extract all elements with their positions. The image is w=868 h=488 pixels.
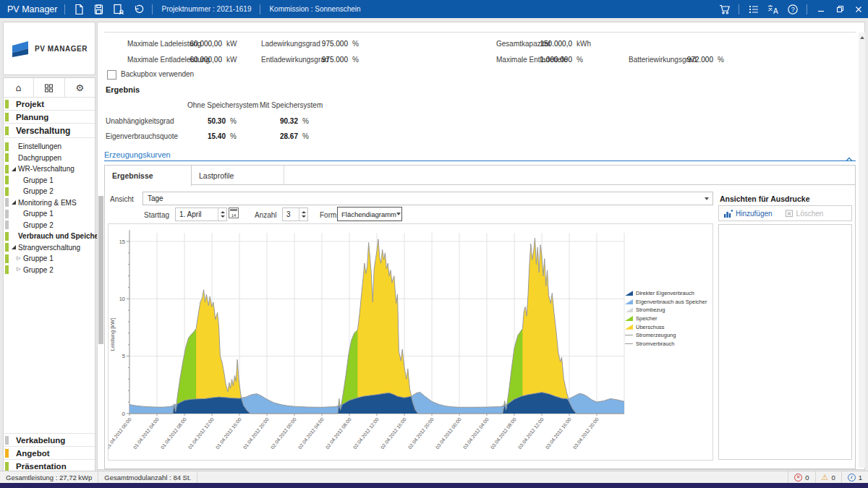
form-field-value[interactable]: 975.000 — [290, 56, 348, 64]
tree-expanded-icon[interactable] — [12, 245, 16, 249]
sidebar-item-strangverschaltung[interactable]: Strangverschaltung — [4, 242, 95, 254]
sidebar-item-verbrauch-und-speicher[interactable]: Verbrauch und Speicher — [4, 231, 95, 242]
legend-item: Direkter Eigenverbrauch — [625, 289, 707, 298]
status-color-bar — [5, 243, 9, 252]
form-dropdown[interactable]: Flächendiagramm — [337, 207, 402, 221]
ergebnis-col-header-ohne: Ohne Speichersystem — [187, 101, 258, 109]
sidebar-item-monitoring-ems[interactable]: Monitoring & EMS — [4, 197, 95, 209]
ansicht-label: Ansicht — [110, 195, 134, 203]
sidebar-item-gruppe-1[interactable]: ▷Gruppe 1 — [4, 253, 95, 265]
tree-expanded-icon[interactable] — [12, 200, 16, 205]
form-field-value[interactable]: 1.000.000 — [514, 56, 572, 64]
scroll-up-arrow-icon[interactable] — [859, 34, 865, 41]
status-bar: Gesamtleistung : 27,72 kWp Gesamtmodulan… — [0, 471, 868, 483]
form-field-value[interactable]: 60.000,00 — [164, 40, 222, 48]
add-chart-icon — [723, 209, 733, 218]
sidebar-item-gruppe-1[interactable]: Gruppe 1 — [4, 208, 95, 220]
modules-icon[interactable] — [34, 78, 64, 97]
ergebnis-value: 90.32 — [240, 117, 298, 125]
home-icon[interactable]: ⌂ — [4, 78, 34, 97]
error-icon: ✕ — [794, 474, 802, 481]
minimize-icon[interactable] — [812, 0, 830, 18]
sidebar-item-gruppe-2[interactable]: Gruppe 2 — [4, 186, 95, 197]
save-as-icon[interactable] — [111, 3, 125, 16]
tree-expanded-icon[interactable] — [12, 167, 16, 171]
status-color-bar — [5, 113, 9, 121]
hinzufuegen-button[interactable]: Hinzufügen — [723, 209, 773, 218]
tree-collapsed-icon[interactable]: ▷ — [17, 266, 20, 272]
tree-collapsed-icon[interactable]: ▷ — [17, 255, 20, 261]
sidebar-item-einstellungen[interactable]: Einstellungen — [4, 141, 95, 153]
erzeugungskurven-header-link[interactable]: Erzeugungskurven — [104, 150, 171, 159]
close-icon[interactable] — [849, 0, 868, 18]
tab-lastprofile[interactable]: Lastprofile — [192, 166, 284, 185]
ausdrucke-list[interactable] — [718, 224, 852, 460]
ausdrucke-title: Ansichten für Ausdrucke — [720, 194, 809, 203]
calendar-icon[interactable]: 14 — [229, 207, 239, 218]
anzahl-input[interactable]: 3 — [282, 207, 308, 221]
tree-item-label: Monitoring & EMS — [18, 199, 77, 207]
tree-item-label: Verschaltung — [16, 126, 70, 136]
svg-text:01.04.2012 04:00: 01.04.2012 04:00 — [132, 416, 160, 450]
status-color-bar — [5, 176, 9, 184]
warnings-indicator[interactable]: ⚠ 0 — [815, 471, 841, 483]
form-field-value[interactable]: 972.000 — [655, 56, 713, 64]
legend-swatch — [625, 343, 633, 344]
tab-ergebnisse[interactable]: Ergebnisse — [105, 166, 192, 186]
restore-icon[interactable] — [830, 0, 849, 18]
status-color-bar — [5, 127, 9, 135]
commission: Kommission : Sonnenschein — [265, 5, 365, 13]
legend-item: Stromerzeugung — [625, 331, 707, 340]
sidebar-item-gruppe-1[interactable]: Gruppe 1 — [4, 175, 95, 187]
form-field-unit: % — [718, 56, 724, 64]
pv-manager-logo-icon — [11, 40, 30, 58]
ergebnis-title: Ergebnis — [106, 85, 140, 94]
tree-item-label: Gruppe 1 — [23, 210, 54, 218]
errors-indicator[interactable]: ✕ 0 — [788, 471, 814, 483]
collapse-chevron-icon[interactable] — [846, 152, 853, 165]
form-field-value[interactable]: 150.000,0 — [514, 40, 572, 48]
chart-container: Leistung [kW] 05101501.04.2012 00:0001.0… — [108, 223, 713, 461]
backupbox-checkbox[interactable] — [107, 70, 116, 80]
sidebar-section-planung[interactable]: Planung — [4, 111, 95, 124]
status-color-bar — [5, 142, 9, 151]
cart-icon[interactable] — [718, 3, 731, 16]
form-field-value[interactable]: 60.000,00 — [164, 56, 222, 64]
help-icon[interactable]: ? — [786, 3, 799, 16]
sidebar-item-wr-verschaltung[interactable]: WR-Verschaltung — [4, 163, 95, 175]
sidebar-section-angebot[interactable]: Angebot — [4, 446, 95, 459]
ergebnis-value: 50.30 — [168, 117, 226, 125]
info-indicator[interactable]: i 1 — [841, 471, 868, 483]
tree-item-label: Angebot — [16, 449, 50, 458]
undo-icon[interactable] — [131, 3, 145, 16]
status-color-bar — [5, 221, 9, 229]
svg-text:03.04.2012 12:00: 03.04.2012 12:00 — [517, 416, 545, 450]
svg-text:02.04.2012 08:00: 02.04.2012 08:00 — [325, 416, 352, 450]
sidebar-item-gruppe-2[interactable]: ▷Gruppe 2 — [4, 265, 95, 276]
sidebar-section-projekt[interactable]: Projekt — [4, 98, 95, 111]
scrollbar-thumb[interactable] — [98, 196, 103, 344]
ansicht-dropdown[interactable]: Tage — [142, 192, 713, 205]
translate-icon[interactable]: A — [766, 3, 780, 16]
legend-swatch — [625, 299, 633, 304]
loeschen-button[interactable]: Löschen — [785, 209, 824, 218]
sidebar-section-verschaltung[interactable]: Verschaltung — [4, 124, 95, 138]
sidebar-section-verkabelung[interactable]: Verkabelung — [4, 433, 95, 446]
vertical-scrollbar[interactable] — [859, 33, 865, 468]
svg-text:01.04.2012 16:00: 01.04.2012 16:00 — [215, 416, 242, 450]
sidebar-item-gruppe-2[interactable]: Gruppe 2 — [4, 220, 95, 231]
settings-gear-icon[interactable]: ⚙ — [65, 78, 95, 97]
form-field-value[interactable]: 975.000 — [290, 40, 348, 48]
list-icon[interactable] — [746, 3, 760, 16]
anzahl-spinner[interactable] — [299, 208, 307, 221]
gesamtmodulanzahl-status: Gesamtmodulanzahl : 84 St. — [98, 471, 197, 483]
warning-count: 0 — [831, 474, 835, 481]
svg-text:02.04.2012 16:00: 02.04.2012 16:00 — [380, 416, 407, 450]
ergebnis-unit: % — [302, 132, 309, 140]
sidebar-sections-top: ProjektPlanungVerschaltung — [4, 98, 95, 138]
new-document-icon[interactable] — [72, 3, 86, 16]
calendar-wrap: 14 — [105, 207, 250, 221]
sidebar-item-dachgruppen[interactable]: Dachgruppen — [4, 153, 95, 164]
legend-label: Speicher — [636, 315, 658, 322]
save-icon[interactable] — [92, 3, 106, 16]
